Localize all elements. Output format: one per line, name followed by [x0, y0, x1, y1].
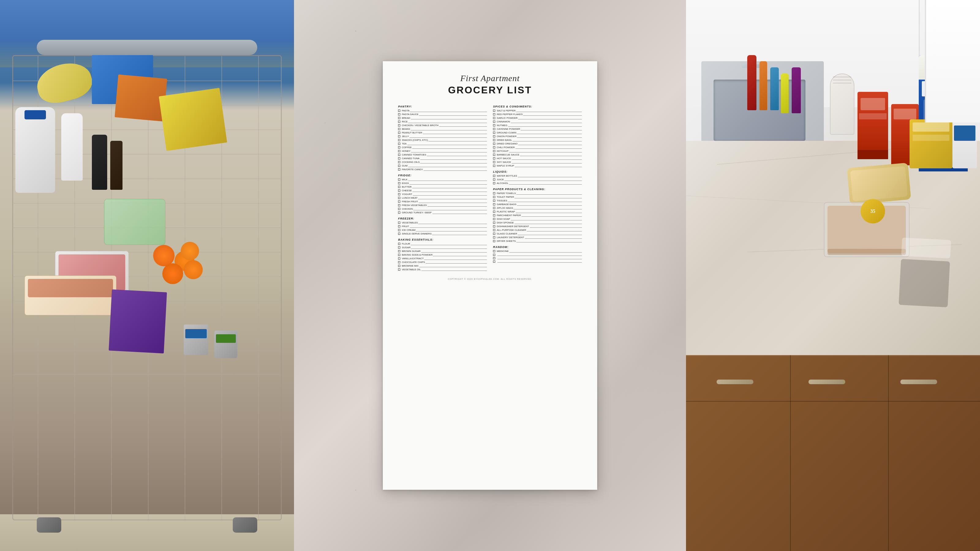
can-2	[215, 330, 237, 358]
list-item: CHICKEN / VEGETABLE BROTH	[398, 124, 487, 127]
list-item: ONION POWDER	[493, 135, 582, 138]
oranges-group	[147, 239, 208, 288]
right-panel: CRISPY RICE 35	[686, 0, 980, 551]
list-item: CHICKEN	[398, 208, 487, 210]
list-item: DISH SPONGE	[493, 221, 582, 224]
price-badge: 35	[861, 199, 885, 224]
paper-towel-roll	[830, 73, 854, 141]
list-item: GROUND CUMIN	[493, 131, 582, 134]
list-item: RED PEPPER FLAKES	[493, 113, 582, 116]
cheese-box	[910, 119, 953, 168]
list-item: TOILET PAPER	[493, 195, 582, 198]
list-item: FRESH FRUIT	[398, 200, 487, 203]
list-item: SOY SAUCE	[493, 161, 582, 164]
list-item: GROUND TURKEY / BEEF	[398, 211, 487, 214]
yellow-bottle	[781, 73, 789, 113]
list-item: FRESH VEGETABLES	[398, 204, 487, 206]
cinnamon-item: CINNAMON	[493, 120, 582, 123]
cabinet-vdivider-2	[888, 355, 889, 551]
list-item: GLASS CLEANER	[493, 232, 582, 235]
cart-wheel-right	[233, 517, 257, 533]
list-item: ZIPLOC BAGS	[493, 206, 582, 210]
list-item: BROWNIE MIX	[398, 265, 487, 267]
can-1	[184, 324, 208, 355]
list-item: DRYER SHEETS	[493, 240, 582, 243]
cabinet-front	[686, 355, 980, 551]
list-item: ICE CREAM	[398, 229, 487, 232]
list-item: ALCOHOL	[493, 182, 582, 184]
list-columns: PANTRY: PASTA PASTA SAUCE BREAD RICE CHI…	[398, 102, 582, 272]
dark-bottle-1	[92, 135, 107, 190]
random-section-title: RANDOM:	[493, 246, 582, 249]
window-wall	[925, 0, 980, 122]
left-panel: 35	[0, 0, 294, 551]
list-item: BEANS	[398, 128, 487, 130]
list-item: YOGURT	[398, 193, 487, 195]
list-title-main: GROCERY LIST	[398, 84, 582, 96]
list-item: CHILI POWDER	[493, 146, 582, 149]
list-item: SUGAR	[398, 246, 487, 249]
cabinet-panel	[686, 355, 980, 551]
list-item: CAYENNE POWDER	[493, 128, 582, 130]
list-item: MILK	[398, 178, 487, 181]
list-item: BAKING SODA & POWDER	[398, 254, 487, 256]
list-item: VEGETABLE OIL	[398, 268, 487, 271]
list-item: BUTTER	[398, 186, 487, 188]
list-item: PAPER TOWELS	[493, 192, 582, 195]
list-item: COOKING OILS	[398, 161, 487, 164]
list-item: CANNED TUNA	[398, 157, 487, 160]
blue-bottle	[770, 67, 779, 110]
list-item: MAPLE SYRUP	[493, 164, 582, 167]
list-item: EGGS	[398, 182, 487, 184]
milk-jug	[15, 107, 55, 193]
list-item: HONEY	[398, 150, 487, 152]
list-item: GUM	[398, 164, 487, 167]
list-item	[493, 260, 582, 263]
list-item: SNACKS (CHIPS, ETC)	[398, 139, 487, 141]
purple-bag	[892, 231, 957, 314]
list-item: JUICE	[493, 178, 582, 181]
list-item: FAVORITE CANDY	[398, 168, 487, 171]
list-item: CHOCOLATE CHIPS	[398, 261, 487, 264]
list-item: LAUNDRY DETERGENT	[493, 236, 582, 239]
white-bottle	[61, 113, 83, 181]
list-item: PEANUT BUTTER	[398, 131, 487, 134]
list-item: PASTA	[398, 109, 487, 112]
cart-wheel-left	[37, 517, 61, 533]
red-bottle	[747, 55, 756, 110]
list-item: LUNCH MEAT	[398, 197, 487, 199]
list-item: TEA	[398, 142, 487, 145]
fridge-section-title: FRIDGE:	[398, 174, 487, 177]
list-item: JELLY	[398, 135, 487, 138]
orange-bottle	[759, 61, 767, 110]
cabinet-vdivider-1	[790, 355, 791, 551]
list-item: MEDICINE	[493, 250, 582, 252]
list-item: BROWN SUGAR	[398, 250, 487, 252]
list-item: RICE	[398, 120, 487, 123]
cabinet-divider	[686, 401, 980, 402]
center-panel: First Apartment GROCERY LIST PANTRY: PAS…	[294, 0, 686, 551]
list-item: DISH SOAP	[493, 218, 582, 221]
cart-handle	[37, 40, 257, 55]
list-item: VEGETABLES	[398, 221, 487, 224]
list-item: FRUIT	[398, 225, 487, 228]
list-item: BREAD	[398, 117, 487, 119]
list-item: CANNED TOMATOES	[398, 153, 487, 156]
list-item: FLOUR	[398, 243, 487, 245]
spices-section-title: SPICES & CONDIMENTS:	[493, 105, 582, 108]
produce-bag	[104, 199, 165, 245]
list-item: CHEESE	[398, 189, 487, 192]
list-item: GARBAGE BAGS	[493, 203, 582, 206]
list-item: SALT & PEPPER	[493, 109, 582, 112]
list-item: SINGLE-SERVE DINNERS	[398, 232, 487, 235]
list-title-script: First Apartment	[398, 73, 582, 83]
list-item: DRIED BASIL	[493, 139, 582, 141]
list-item: WATER BOTTLES	[493, 175, 582, 177]
list-item: GARLIC POWDER	[493, 117, 582, 119]
list-item	[493, 254, 582, 256]
list-column-left: PANTRY: PASTA PASTA SAUCE BREAD RICE CHI…	[398, 102, 487, 272]
list-item: NUTMEG	[493, 124, 582, 127]
sandwich-package	[24, 275, 116, 315]
paper-section-title: PAPER PRODUCTS & CLEANING:	[493, 187, 582, 191]
list-item: PASTA SAUCE	[398, 113, 487, 116]
